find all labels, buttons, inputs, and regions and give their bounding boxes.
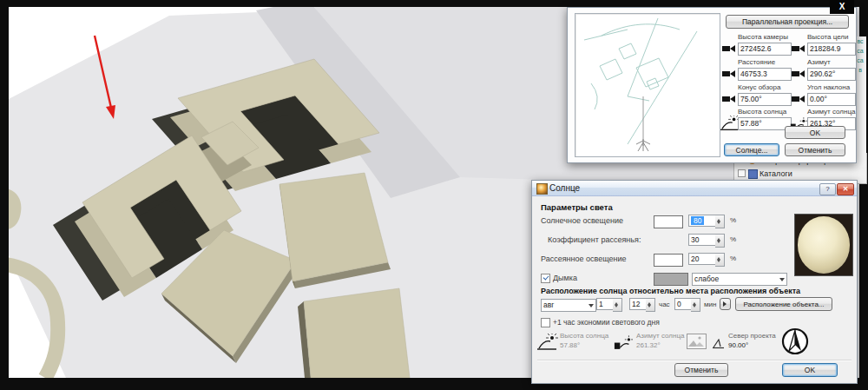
sun-altitude-value: 57.88°: [560, 341, 580, 349]
minute-spinner[interactable]: 0: [674, 298, 700, 310]
road-band: [9, 264, 58, 378]
compass-icon: [780, 327, 810, 356]
scatter-value: 30: [688, 234, 716, 246]
spin-buttons-icon[interactable]: [715, 253, 725, 267]
ambient-label: Рассеянное освещение: [541, 254, 627, 263]
sun-light-color-swatch[interactable]: [654, 215, 683, 228]
slab-bottom: [298, 288, 410, 378]
view-cone-icon: [722, 94, 736, 104]
north-label: Север проекта: [728, 332, 776, 340]
dst-label: +1 час экономии светового дня: [553, 318, 660, 327]
sun-light-value: 80: [691, 216, 704, 225]
haze-color-swatch[interactable]: [654, 273, 688, 286]
frame-close-button[interactable]: X: [830, 0, 854, 14]
spin-buttons-icon[interactable]: [691, 298, 700, 312]
tree-item-catalogs[interactable]: Каталоги: [734, 168, 866, 180]
camera-height-icon: [722, 43, 736, 54]
ok-button[interactable]: OK: [782, 363, 838, 377]
cancel-button[interactable]: Отменить: [674, 363, 728, 377]
hour-value: 12: [629, 298, 647, 310]
spin-buttons-icon[interactable]: [613, 298, 622, 312]
target-height-icon: [792, 43, 806, 54]
ambient-spinner[interactable]: 20: [688, 253, 725, 265]
sun-dialog-icon: [536, 183, 548, 195]
sun-dialog-open-button[interactable]: Солнце...: [724, 143, 779, 156]
parallel-projection-button[interactable]: Параллельная проекция...: [726, 15, 849, 29]
sun-azimuth-label: Азимут солнца: [807, 108, 855, 116]
sun-altitude-field[interactable]: 57.88°: [738, 117, 792, 130]
spin-buttons-icon[interactable]: [646, 298, 655, 312]
view-cone-field[interactable]: 75.00°: [738, 93, 792, 106]
hour-unit-label: час: [659, 301, 670, 308]
haze-level-value: слабое: [694, 274, 719, 283]
minute-unit-label: мин: [704, 301, 716, 308]
azimuth-icon: [792, 69, 806, 79]
sun-dialog-title: Солнце: [549, 183, 580, 193]
close-icon[interactable]: ✕: [837, 183, 854, 195]
sun-altitude-icon: [720, 116, 740, 131]
folder-icon: [748, 169, 758, 179]
expander-icon[interactable]: [738, 169, 746, 177]
play-icon: [723, 301, 729, 307]
distance-icon: [722, 69, 736, 79]
sun-light-label: Солнечное освещение: [541, 216, 623, 225]
dst-checkbox[interactable]: [541, 318, 550, 327]
distance-label: Расстояние: [738, 58, 775, 66]
month-value: авг: [543, 301, 554, 309]
image-thumbnail-icon[interactable]: [687, 334, 707, 349]
haze-level-dropdown[interactable]: слабое: [692, 273, 787, 286]
camera-height-field[interactable]: 272452.6: [738, 43, 792, 56]
sun-azimuth-icon: [614, 335, 633, 351]
haze-label: Дымка: [553, 274, 577, 282]
spin-buttons-icon[interactable]: [715, 234, 725, 248]
sun-altitude-label: Высота солнца: [560, 332, 608, 340]
now-button[interactable]: [720, 298, 731, 310]
plan-preview[interactable]: [575, 13, 720, 157]
position-section-header: Расположение солнца относительно места р…: [541, 287, 800, 295]
plan-sketch: [575, 14, 718, 155]
target-height-label: Высота цели: [807, 33, 849, 41]
material-preview: [794, 214, 853, 276]
tilt-angle-field[interactable]: 0.00°: [807, 93, 856, 106]
preview-sphere: [798, 216, 851, 274]
month-dropdown[interactable]: авг: [541, 299, 596, 312]
percent-label-3: %: [730, 254, 736, 262]
tilt-angle-icon: [792, 94, 806, 104]
percent-label-1: %: [730, 216, 736, 224]
sun-altitude-label: Высота солнца: [738, 108, 786, 116]
cancel-button[interactable]: Отменить: [785, 143, 845, 156]
ambient-color-swatch[interactable]: [654, 254, 683, 267]
help-button[interactable]: ?: [819, 183, 836, 195]
tilt-angle-label: Угол наклона: [807, 83, 850, 91]
object-location-button[interactable]: Расположение объекта...: [735, 297, 832, 311]
scatter-label: Коэффициент рассеянья:: [548, 235, 641, 244]
haze-checkbox[interactable]: [541, 274, 550, 283]
sun-azimuth-value: 261.32°: [636, 341, 661, 349]
day-value: 1: [596, 298, 614, 310]
azimuth-label: Азимут: [807, 58, 831, 66]
minute-value: 0: [674, 298, 692, 310]
hour-spinner[interactable]: 12: [629, 298, 655, 310]
camera-height-label: Высота камеры: [738, 33, 788, 41]
azimuth-field[interactable]: 290.62°: [807, 68, 856, 81]
north-angle-icon: [713, 339, 725, 349]
sun-dialog-titlebar[interactable]: Солнце ? ✕: [532, 181, 857, 196]
spin-buttons-icon[interactable]: [715, 215, 725, 228]
north-value: 90.00°: [728, 341, 748, 349]
ambient-value: 20: [688, 253, 716, 265]
percent-label-2: %: [730, 235, 736, 243]
chevron-down-icon: [779, 278, 785, 284]
day-spinner[interactable]: 1: [596, 298, 622, 310]
tree-symbol: [636, 139, 650, 151]
chevron-down-icon: [589, 304, 594, 310]
sun-azimuth-label: Азимут солнца: [636, 332, 684, 340]
divider: [537, 360, 852, 361]
scatter-spinner[interactable]: 30: [688, 234, 725, 246]
distance-field[interactable]: 46753.3: [738, 68, 792, 81]
camera-settings-dialog[interactable]: Параллельная проекция... Высота камеры 2…: [567, 7, 857, 163]
sun-light-spinner[interactable]: 80: [688, 215, 725, 227]
ok-button[interactable]: OK: [785, 126, 845, 139]
view-cone-label: Конус обзора: [738, 83, 780, 91]
target-height-field[interactable]: 218284.9: [807, 43, 856, 56]
sun-dialog[interactable]: Солнце ? ✕ Параметры света Солнечное осв…: [531, 180, 858, 384]
